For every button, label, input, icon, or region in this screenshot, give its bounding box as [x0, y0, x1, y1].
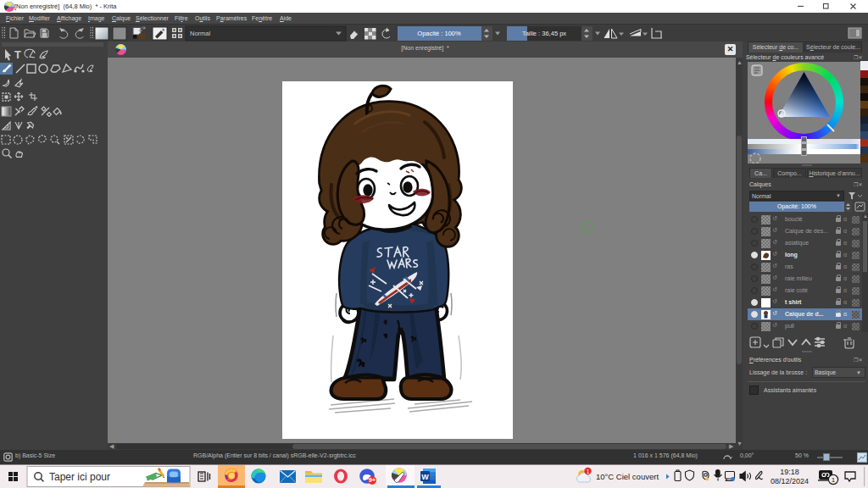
svg-text:1: 1	[832, 476, 836, 484]
svg-text:10°C Ciel couvert: 10°C Ciel couvert	[596, 472, 659, 481]
svg-text:Opacité : 100%: Opacité : 100%	[417, 30, 461, 37]
svg-text:T: T	[14, 48, 21, 61]
svg-text:Taper ici pour: Taper ici pour	[49, 471, 110, 483]
svg-text:19:18: 19:18	[780, 468, 799, 476]
svg-text:08/12/2024: 08/12/2024	[771, 477, 809, 485]
svg-text:W: W	[421, 473, 429, 481]
svg-text:Normal: Normal	[190, 30, 211, 37]
svg-text:Taille : 36,45 px: Taille : 36,45 px	[522, 30, 566, 37]
svg-text:1: 1	[587, 469, 590, 474]
svg-text:9+: 9+	[369, 477, 376, 483]
